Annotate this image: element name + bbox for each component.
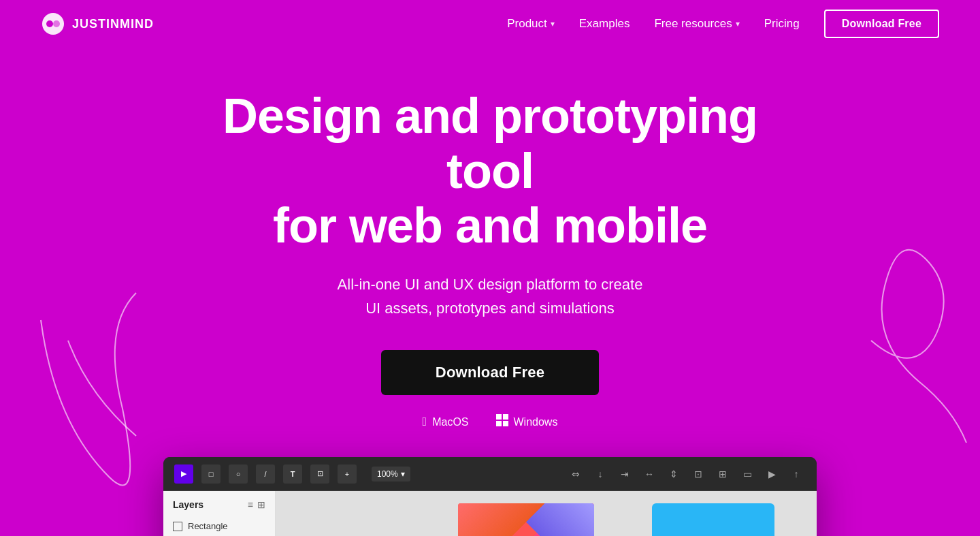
app-window: ▶ □ ○ / T ⊡ + 100% ▾ ⇔ ↓ ⇥ ↔ ⇕ ⊡ ⊞ ▭ ▶ ↑ bbox=[163, 457, 817, 536]
product-chevron-icon: ▾ bbox=[551, 19, 555, 29]
align-tool-3[interactable]: ⇥ bbox=[615, 464, 634, 484]
play-button[interactable]: ▶ bbox=[762, 464, 781, 484]
add-tool-button[interactable]: + bbox=[338, 464, 357, 484]
toolbar-right: ⇔ ↓ ⇥ ↔ ⇕ ⊡ ⊞ ▭ ▶ ↑ bbox=[566, 464, 806, 484]
layers-panel: Layers ≡ ⊞ Rectangle Circle T Text bbox=[163, 491, 276, 536]
align-tool-1[interactable]: ⇔ bbox=[566, 464, 585, 484]
rectangle-layer-icon bbox=[173, 522, 182, 531]
zoom-chevron-icon: ▾ bbox=[401, 469, 405, 479]
layers-title: Layers bbox=[173, 499, 203, 510]
circle-tool-button[interactable]: ○ bbox=[229, 464, 248, 484]
windows-badge[interactable]: Windows bbox=[496, 414, 558, 430]
rectangle-tool-button[interactable]: □ bbox=[201, 464, 220, 484]
share-button[interactable]: ↑ bbox=[787, 464, 806, 484]
zoom-control[interactable]: 100% ▾ bbox=[372, 467, 410, 482]
svg-point-1 bbox=[46, 20, 53, 27]
align-tool-7[interactable]: ⊞ bbox=[713, 464, 732, 484]
svg-rect-6 bbox=[503, 421, 508, 426]
app-body: Layers ≡ ⊞ Rectangle Circle T Text bbox=[163, 491, 817, 536]
nav-product[interactable]: Product ▾ bbox=[507, 17, 555, 31]
text-tool-button[interactable]: T bbox=[283, 464, 302, 484]
align-tool-6[interactable]: ⊡ bbox=[689, 464, 708, 484]
apple-icon:  bbox=[423, 415, 427, 429]
app-toolbar: ▶ □ ○ / T ⊡ + 100% ▾ ⇔ ↓ ⇥ ↔ ⇕ ⊡ ⊞ ▭ ▶ ↑ bbox=[163, 457, 817, 491]
nav-pricing[interactable]: Pricing bbox=[764, 17, 800, 31]
nav-examples[interactable]: Examples bbox=[579, 17, 630, 31]
nav-download-free-button[interactable]: Download Free bbox=[824, 10, 939, 38]
hero-title: Design and prototyping tool for web and … bbox=[197, 89, 783, 253]
svg-rect-3 bbox=[496, 414, 502, 420]
svg-rect-5 bbox=[496, 421, 502, 426]
canvas-gradient-card bbox=[458, 503, 594, 536]
cursor-tool-button[interactable]: ▶ bbox=[174, 464, 193, 484]
hero-section: Design and prototyping tool for web and … bbox=[0, 48, 980, 430]
image-tool-button[interactable]: ⊡ bbox=[310, 464, 329, 484]
align-tool-4[interactable]: ↔ bbox=[640, 464, 659, 484]
free-resources-chevron-icon: ▾ bbox=[736, 19, 740, 29]
svg-rect-4 bbox=[503, 414, 508, 420]
hero-subtitle: All-in-one UI and UX design platform to … bbox=[338, 272, 643, 320]
navbar: JUSTINMIND Product ▾ Examples Free resou… bbox=[0, 0, 980, 48]
layers-grid-icon[interactable]: ⊞ bbox=[257, 499, 265, 510]
macos-badge[interactable]:  MacOS bbox=[423, 415, 469, 429]
app-preview-wrapper: ▶ □ ○ / T ⊡ + 100% ▾ ⇔ ↓ ⇥ ↔ ⇕ ⊡ ⊞ ▭ ▶ ↑ bbox=[0, 457, 980, 536]
hero-download-free-button[interactable]: Download Free bbox=[381, 350, 599, 395]
layers-header: Layers ≡ ⊞ bbox=[163, 499, 275, 517]
layers-list-icon[interactable]: ≡ bbox=[248, 499, 253, 510]
brand-name: JUSTINMIND bbox=[72, 17, 154, 31]
nav-links: Product ▾ Examples Free resources ▾ Pric… bbox=[507, 10, 939, 38]
align-tool-2[interactable]: ↓ bbox=[591, 464, 610, 484]
canvas-blue-card bbox=[652, 503, 774, 536]
logo-icon bbox=[41, 12, 65, 36]
device-preview-button[interactable]: ▭ bbox=[738, 464, 757, 484]
os-badges:  MacOS Windows bbox=[423, 414, 558, 430]
layers-icons: ≡ ⊞ bbox=[248, 499, 265, 510]
line-tool-button[interactable]: / bbox=[256, 464, 275, 484]
windows-icon bbox=[496, 414, 508, 430]
nav-free-resources[interactable]: Free resources ▾ bbox=[654, 17, 739, 31]
logo[interactable]: JUSTINMIND bbox=[41, 12, 154, 36]
canvas-area bbox=[276, 491, 817, 536]
align-tool-5[interactable]: ⇕ bbox=[664, 464, 683, 484]
svg-point-2 bbox=[53, 20, 60, 27]
layer-rectangle[interactable]: Rectangle bbox=[163, 517, 275, 535]
